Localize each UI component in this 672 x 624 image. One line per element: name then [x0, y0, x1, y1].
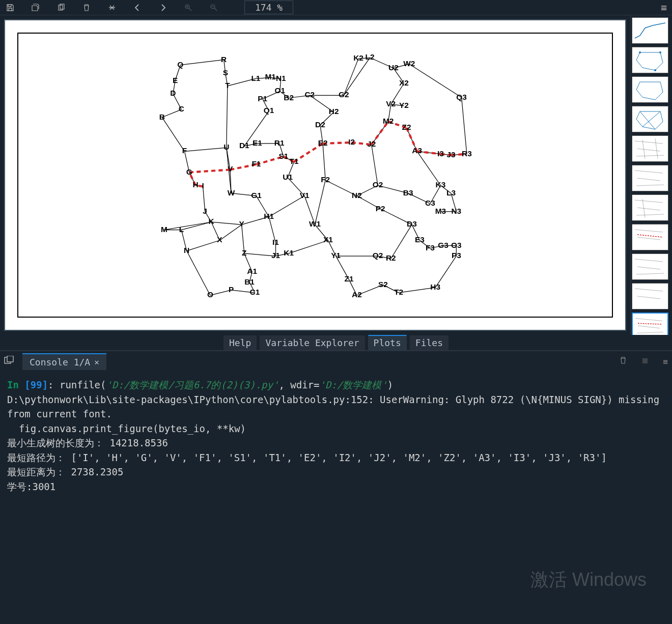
svg-line-247: [636, 273, 664, 274]
svg-text:F2: F2: [321, 175, 330, 184]
svg-text:P: P: [229, 285, 234, 294]
svg-text:Y: Y: [239, 220, 245, 229]
svg-line-40: [185, 148, 227, 152]
hamburger-icon[interactable]: ≡: [663, 357, 668, 366]
svg-text:R2: R2: [386, 254, 396, 263]
runfile-call: runfile(: [60, 379, 106, 390]
svg-line-231: [637, 149, 660, 151]
console-pane: Console 1/A ✕ ≡ In [99]: runfile('D:/数学建…: [0, 350, 672, 624]
close-icon[interactable]: ✕: [94, 357, 99, 367]
svg-line-230: [635, 141, 663, 144]
warning-2: fig.canvas.print_figure(bytes_io, **kw): [7, 423, 246, 434]
svg-text:T2: T2: [395, 288, 404, 296]
thumb-9[interactable]: [632, 253, 668, 280]
svg-text:B: B: [159, 112, 165, 121]
svg-marker-226: [636, 82, 663, 100]
svg-text:R1: R1: [274, 138, 285, 147]
zoom-in-icon[interactable]: [183, 3, 193, 13]
windows-watermark: 激活 Windows: [530, 566, 647, 593]
save-all-icon[interactable]: [31, 3, 41, 13]
svg-text:X1: X1: [323, 236, 333, 244]
thumb-4[interactable]: [632, 106, 668, 132]
thumb-10[interactable]: [632, 283, 668, 309]
svg-point-224: [659, 51, 661, 53]
copy-icon[interactable]: [56, 3, 66, 13]
svg-text:B3: B3: [403, 188, 413, 197]
stop-icon[interactable]: [641, 357, 649, 366]
svg-text:I1: I1: [272, 238, 279, 247]
svg-text:S2: S2: [378, 280, 388, 289]
tab-variable-explorer[interactable]: Variable Explorer: [260, 335, 365, 350]
delete-icon[interactable]: [81, 3, 92, 13]
tab-help[interactable]: Help: [223, 335, 257, 350]
svg-text:T1: T1: [290, 157, 299, 165]
console-output[interactable]: In [99]: runfile('D:/数学建模/习题6.7的(2)(3).p…: [0, 372, 672, 624]
svg-text:G3: G3: [438, 241, 449, 249]
svg-text:X2: X2: [399, 78, 409, 87]
out-path-val: ['I', 'H', 'G', 'V', 'F1', 'S1', 'T1', '…: [71, 452, 606, 463]
zoom-out-icon[interactable]: [209, 3, 219, 13]
tab-plots[interactable]: Plots: [368, 335, 407, 350]
svg-text:M2: M2: [383, 117, 394, 125]
svg-text:C: C: [179, 105, 184, 114]
svg-text:A2: A2: [352, 291, 362, 299]
svg-text:L: L: [179, 225, 184, 234]
svg-text:Y1: Y1: [331, 251, 341, 260]
svg-marker-222: [636, 52, 663, 70]
svg-text:X: X: [217, 236, 223, 244]
thumb-2[interactable]: [632, 47, 668, 73]
thumb-11[interactable]: [632, 313, 668, 335]
svg-line-46: [269, 196, 304, 217]
runfile-end: ): [387, 379, 393, 390]
svg-text:W: W: [228, 188, 235, 197]
next-icon[interactable]: [158, 3, 168, 13]
svg-line-243: [637, 237, 660, 240]
svg-line-66: [220, 225, 242, 241]
out-mst: 最小生成树的长度为： 14218.8536: [7, 437, 168, 448]
trash-icon[interactable]: [619, 356, 627, 366]
svg-rect-256: [642, 358, 648, 363]
thumb-8[interactable]: [632, 224, 668, 250]
svg-text:K2: K2: [354, 54, 364, 63]
hamburger-icon[interactable]: ≡: [661, 2, 667, 14]
thumb-6[interactable]: [632, 165, 668, 191]
svg-line-67: [187, 241, 220, 251]
svg-line-246: [637, 267, 660, 269]
svg-line-232: [636, 155, 664, 156]
svg-text:P1: P1: [258, 94, 268, 103]
zoom-level[interactable]: 174 %: [244, 1, 293, 14]
save-icon[interactable]: [5, 3, 15, 13]
svg-line-30: [162, 118, 185, 152]
thumb-7[interactable]: [632, 194, 668, 221]
svg-text:K3: K3: [436, 181, 446, 189]
svg-text:V2: V2: [386, 99, 396, 108]
prev-icon[interactable]: [132, 3, 143, 13]
svg-text:I: I: [202, 182, 204, 190]
new-console-icon[interactable]: [4, 356, 14, 367]
delete-all-icon[interactable]: [107, 3, 117, 13]
svg-text:D3: D3: [407, 220, 417, 229]
out-path-label: 最短路径为：: [7, 452, 71, 463]
thumb-5[interactable]: [632, 135, 668, 162]
svg-text:R: R: [221, 55, 227, 64]
svg-text:P2: P2: [376, 204, 385, 213]
svg-line-235: [635, 171, 663, 173]
svg-text:N1: N1: [276, 74, 286, 82]
plot-thumbnails[interactable]: [630, 15, 672, 335]
prompt-number: [99]: [24, 379, 48, 390]
svg-text:N: N: [184, 246, 189, 254]
thumb-3[interactable]: [632, 76, 668, 103]
svg-point-225: [654, 69, 656, 71]
svg-text:Q: Q: [178, 60, 184, 69]
plot-toolbar: 174 % ≡: [0, 0, 672, 15]
svg-text:E: E: [173, 76, 178, 84]
tab-files[interactable]: Files: [410, 335, 449, 350]
svg-text:Q2: Q2: [373, 251, 383, 260]
svg-text:R3: R3: [462, 149, 472, 158]
console-tab-label: Console 1/A: [30, 357, 90, 367]
svg-line-236: [637, 178, 660, 181]
console-tab-1[interactable]: Console 1/A ✕: [22, 353, 106, 370]
thumb-1[interactable]: [632, 17, 668, 44]
svg-text:G2: G2: [339, 91, 349, 99]
svg-line-237: [636, 185, 664, 186]
